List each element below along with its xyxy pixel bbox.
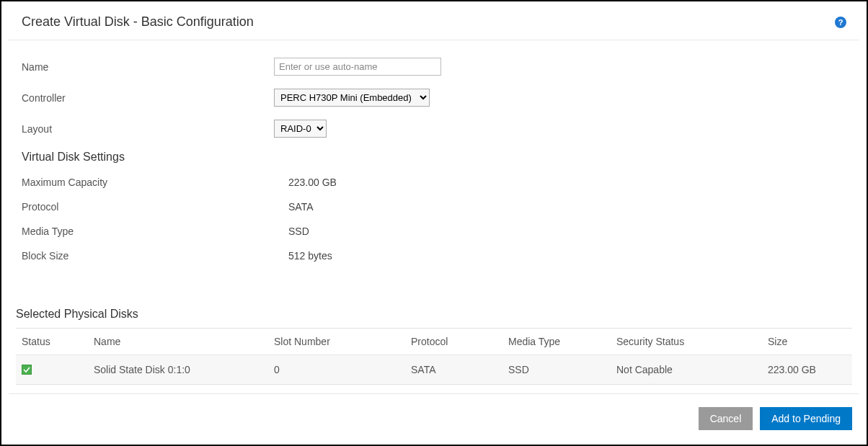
layout-label: Layout xyxy=(22,123,274,135)
col-name: Name xyxy=(88,329,268,355)
cell-name: Solid State Disk 0:1:0 xyxy=(88,355,268,385)
vds-label: Block Size xyxy=(22,250,288,262)
phys-table: Status Name Slot Number Protocol Media T… xyxy=(16,329,852,384)
vds-title: Virtual Disk Settings xyxy=(22,151,846,164)
page-title: Create Virtual Disk - Basic Configuratio… xyxy=(22,14,254,30)
cell-size: 223.00 GB xyxy=(762,355,852,385)
help-icon[interactable]: ? xyxy=(835,17,846,28)
cell-security: Not Capable xyxy=(611,355,762,385)
name-input[interactable] xyxy=(274,58,441,76)
col-size: Size xyxy=(762,329,852,355)
controller-label: Controller xyxy=(22,92,274,104)
add-to-pending-button[interactable]: Add to Pending xyxy=(760,407,852,430)
col-protocol: Protocol xyxy=(405,329,502,355)
cell-protocol: SATA xyxy=(405,355,502,385)
status-ok-icon xyxy=(22,365,32,375)
vds-value: 223.00 GB xyxy=(288,177,337,188)
controller-select[interactable]: PERC H730P Mini (Embedded) xyxy=(274,89,430,107)
col-slot: Slot Number xyxy=(268,329,405,355)
vds-value: SATA xyxy=(288,201,314,213)
layout-select[interactable]: RAID-0 xyxy=(274,120,327,138)
vds-label: Protocol xyxy=(22,201,288,213)
col-status: Status xyxy=(16,329,88,355)
cell-slot: 0 xyxy=(268,355,405,385)
cell-media: SSD xyxy=(502,355,611,385)
vds-label: Media Type xyxy=(22,226,288,237)
vds-value: SSD xyxy=(288,226,309,237)
name-label: Name xyxy=(22,61,274,73)
vds-value: 512 bytes xyxy=(288,250,332,262)
table-row: Solid State Disk 0:1:0 0 SATA SSD Not Ca… xyxy=(16,355,852,385)
cancel-button[interactable]: Cancel xyxy=(699,407,753,430)
col-security: Security Status xyxy=(611,329,762,355)
vds-label: Maximum Capacity xyxy=(22,177,288,188)
col-media: Media Type xyxy=(502,329,611,355)
phys-title: Selected Physical Disks xyxy=(1,308,867,321)
